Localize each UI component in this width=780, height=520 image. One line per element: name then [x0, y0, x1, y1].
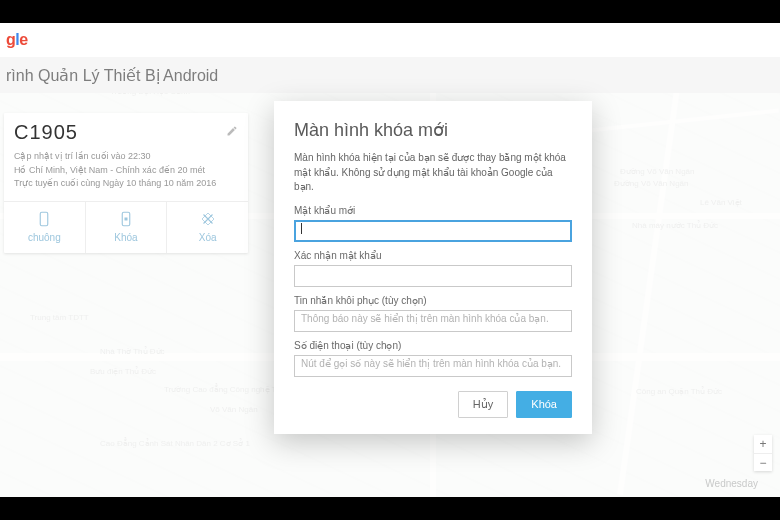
day-label: Wednesday — [705, 478, 758, 489]
confirm-password-label: Xác nhận mật khẩu — [294, 250, 572, 261]
dialog-actions: Hủy Khóa — [294, 391, 572, 418]
lock-button[interactable]: Khóa — [516, 391, 572, 418]
dialog-description: Màn hình khóa hiện tại của bạn sẽ được t… — [294, 151, 572, 195]
confirm-password-input[interactable] — [294, 265, 572, 287]
new-password-label: Mật khẩu mới — [294, 205, 572, 216]
cancel-button[interactable]: Hủy — [458, 391, 508, 418]
phone-label: Số điện thoại (tùy chọn) — [294, 340, 572, 351]
recovery-message-input[interactable]: Thông báo này sẽ hiển thị trên màn hình … — [294, 310, 572, 332]
zoom-controls: + − — [754, 435, 772, 471]
phone-input[interactable]: Nút để gọi số này sẽ hiển thị trên màn h… — [294, 355, 572, 377]
new-password-input[interactable] — [294, 220, 572, 242]
recovery-message-label: Tin nhắn khôi phục (tùy chọn) — [294, 295, 572, 306]
zoom-in-button[interactable]: + — [754, 435, 772, 453]
screen: Trường Đại Học Cảnh Trường đoạn Nhà máy … — [0, 23, 780, 497]
zoom-out-button[interactable]: − — [754, 453, 772, 471]
dialog-title: Màn hình khóa mới — [294, 119, 572, 141]
modal-overlay: Màn hình khóa mới Màn hình khóa hiện tại… — [0, 23, 780, 497]
lock-dialog: Màn hình khóa mới Màn hình khóa hiện tại… — [274, 101, 592, 434]
text-caret — [301, 223, 302, 234]
